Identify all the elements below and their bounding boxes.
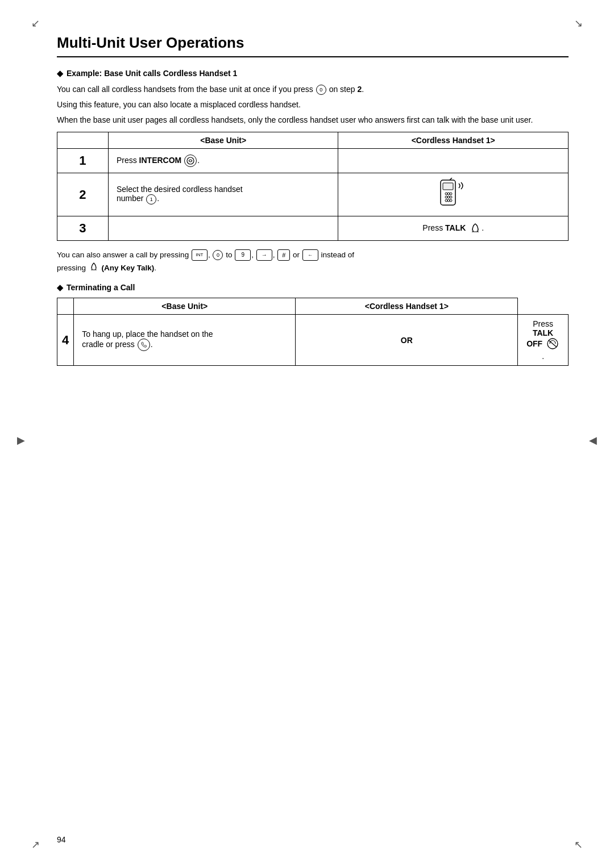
- corner-br: ↖: [574, 838, 583, 851]
- icon-zero: 0: [316, 85, 326, 95]
- icon-arrow: →: [256, 249, 272, 261]
- table-row: 4 To hang up, place the handset on the c…: [57, 315, 569, 366]
- step1-num: 1: [57, 149, 109, 173]
- icon-hash: #: [277, 249, 290, 261]
- svg-rect-2: [443, 183, 453, 190]
- table1-col2-header: <Cordless Handset 1>: [338, 132, 569, 149]
- handset-icon: [436, 178, 470, 211]
- table1-col0-header: [57, 132, 109, 149]
- section1-header: ◆ Example: Base Unit calls Cordless Hand…: [57, 69, 569, 78]
- page-number: 94: [57, 835, 66, 844]
- section2-title: Terminating a Call: [67, 283, 135, 292]
- step3-left: [108, 216, 338, 241]
- table-row: 2 Select the desired cordless handset nu…: [57, 173, 569, 216]
- section1-note: You can also answer a call by pressing I…: [57, 249, 569, 275]
- icon-int: INT: [192, 249, 208, 261]
- section1-body3: When the base unit user pages all cordle…: [57, 114, 569, 126]
- table2-col1-header: <Base Unit>: [74, 298, 296, 315]
- icon-zero2: 0: [213, 250, 223, 260]
- icon-back: ←: [302, 249, 318, 261]
- table2: <Base Unit> <Cordless Handset 1> 4 To ha…: [57, 298, 569, 366]
- step1-left: Press INTERCOM .: [108, 149, 338, 173]
- talk-icon: [469, 222, 482, 236]
- section1-body2: Using this feature, you can also locate …: [57, 99, 569, 111]
- icon-1: 1: [146, 194, 156, 205]
- corner-tr: ↘: [574, 17, 583, 30]
- diamond-icon: ◆: [57, 69, 63, 78]
- step4-left: To hang up, place the handset on the cra…: [74, 315, 296, 366]
- step2-left: Select the desired cordless handset numb…: [108, 173, 338, 216]
- section2-header: ◆ Terminating a Call: [57, 283, 569, 292]
- svg-point-0: [187, 157, 194, 164]
- side-left-mark: ▶: [17, 434, 25, 446]
- table1-col1-header: <Base Unit>: [108, 132, 338, 149]
- page-title: Multi-Unit User Operations: [57, 34, 569, 57]
- table-row: 3 Press TALK .: [57, 216, 569, 241]
- page-container: ↙ ↘ ↗ ↖ ▶ ◀ Multi-Unit User Operations ◆…: [0, 0, 614, 868]
- icon-9: 9: [235, 249, 251, 261]
- icon-intercom: [184, 155, 197, 167]
- talk-icon2: [89, 261, 99, 276]
- section1-title: Example: Base Unit calls Cordless Handse…: [67, 69, 237, 78]
- step3-right: Press TALK .: [338, 216, 569, 241]
- table1: <Base Unit> <Cordless Handset 1> 1 Press…: [57, 132, 569, 241]
- step4-num: 4: [57, 315, 74, 366]
- or-label: OR: [296, 315, 518, 366]
- corner-tl: ↙: [31, 17, 40, 30]
- section1-body1: You can call all cordless handsets from …: [57, 84, 569, 95]
- table-row: 1 Press INTERCOM .: [57, 149, 569, 173]
- icon-phone-circle: [138, 339, 150, 351]
- step4-right: Press TALK OFF .: [518, 315, 569, 366]
- diamond-icon2: ◆: [57, 283, 63, 292]
- step2-num: 2: [57, 173, 109, 216]
- corner-bl: ↗: [31, 838, 40, 851]
- step3-num: 3: [57, 216, 109, 241]
- side-right-mark: ◀: [589, 434, 597, 446]
- table2-col2-header: <Cordless Handset 1>: [296, 298, 518, 315]
- talk-off-icon: [546, 337, 559, 352]
- step1-right: [338, 149, 569, 173]
- table2-col0-header: [57, 298, 74, 315]
- step2-right: [338, 173, 569, 216]
